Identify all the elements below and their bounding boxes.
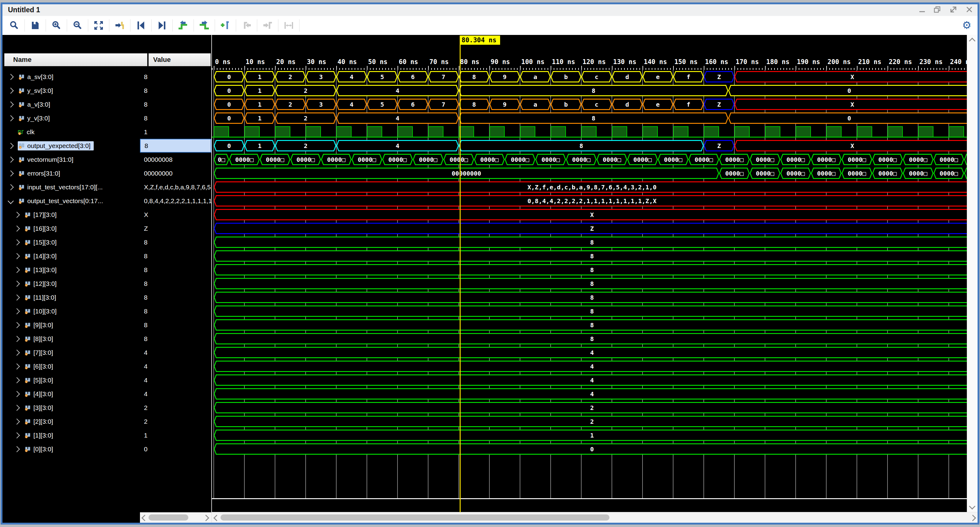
signal-row[interactable]: v[15][3:0]8 <box>2 235 211 249</box>
waveform-row[interactable]: 8 <box>212 332 967 345</box>
signal-name-cell[interactable]: voutput_yexpected[3:0] <box>2 141 140 150</box>
signal-row[interactable]: vinput_test_vectors[17:0][...X,Z,f,e,d,c… <box>2 180 211 194</box>
scroll-up-icon[interactable] <box>969 38 975 44</box>
collapsed-chevron-icon[interactable] <box>14 419 20 425</box>
waveform-row[interactable]: 0,8,4,4,2,2,2,2,1,1,1,1,1,1,1,1,Z,X <box>212 194 967 208</box>
waveform-row[interactable]: Z <box>212 221 967 235</box>
signal-name-cell[interactable]: va_v[3:0] <box>2 100 140 109</box>
waveform-row[interactable]: X <box>212 208 967 221</box>
signal-row[interactable]: vvectornum[31:0]00000008 <box>2 153 211 166</box>
tree-horizontal-scrollbar[interactable] <box>140 512 211 523</box>
signal-row[interactable]: v[10][3:0]8 <box>2 304 211 318</box>
waveform-row[interactable]: 2 <box>212 414 967 428</box>
zoom-out-icon[interactable] <box>69 19 86 32</box>
waveform-row[interactable]: 1 <box>212 428 967 442</box>
signal-row[interactable]: v[0][3:0]0 <box>2 442 211 456</box>
minimize-icon[interactable] <box>919 5 926 13</box>
signal-row[interactable]: voutput_yexpected[3:0]8 <box>2 139 211 153</box>
save-icon[interactable] <box>27 19 44 32</box>
waveform-row[interactable]: 8 <box>212 263 967 277</box>
signal-row[interactable]: verrors[31:0]00000000 <box>2 166 211 180</box>
signal-row[interactable]: voutput_test_vectors[0:17...0,8,4,4,2,2,… <box>2 194 211 208</box>
search-icon[interactable] <box>5 19 23 32</box>
waveform-row[interactable]: 0□0000□0000□0000□0000□0000□0000□0000□000… <box>212 153 967 166</box>
collapsed-chevron-icon[interactable] <box>14 267 20 273</box>
collapsed-chevron-icon[interactable] <box>8 184 14 190</box>
signal-row[interactable]: vy_v[3:0]8 <box>2 111 211 125</box>
waveform-row[interactable]: 4 <box>212 373 967 387</box>
signal-name-cell[interactable]: v[16][3:0] <box>2 224 140 233</box>
signal-name-cell[interactable]: v[6][3:0] <box>2 362 140 371</box>
waveform-row[interactable]: 0123456789abcdefZX <box>212 70 967 84</box>
waveform-row[interactable]: 4 <box>212 345 967 360</box>
zoom-in-icon[interactable] <box>48 19 65 32</box>
collapsed-chevron-icon[interactable] <box>14 350 20 356</box>
signal-name-cell[interactable]: v[8][3:0] <box>2 334 140 344</box>
signal-name-cell[interactable]: vinput_test_vectors[17:0][... <box>2 183 140 192</box>
maximize-icon[interactable] <box>950 5 957 13</box>
waveform-row[interactable]: 8 <box>212 304 967 318</box>
time-cursor-line[interactable] <box>460 35 461 512</box>
collapsed-chevron-icon[interactable] <box>8 102 14 108</box>
signal-row[interactable]: v[12][3:0]8 <box>2 277 211 290</box>
signal-name-cell[interactable]: vvectornum[31:0] <box>2 155 140 164</box>
collapsed-chevron-icon[interactable] <box>14 391 20 397</box>
collapsed-chevron-icon[interactable] <box>14 226 20 232</box>
waveform-body[interactable]: 80.304 ns 0 ns10 ns20 ns30 ns40 ns50 ns6… <box>212 35 967 512</box>
value-column-header[interactable]: Value <box>148 53 211 66</box>
scroll-down-icon[interactable] <box>969 503 975 509</box>
waveform-row[interactable]: 8 <box>212 277 967 290</box>
settings-gear-icon[interactable]: ⚙ <box>962 18 971 32</box>
expanded-chevron-icon[interactable] <box>8 198 14 204</box>
collapsed-chevron-icon[interactable] <box>8 74 14 80</box>
waveform-row[interactable]: 012480 <box>212 111 967 125</box>
signal-name-cell[interactable]: v[9][3:0] <box>2 320 140 330</box>
waveform-row[interactable]: 4 <box>212 387 967 401</box>
zoom-fit-icon[interactable] <box>90 19 107 32</box>
signal-row[interactable]: v[11][3:0]8 <box>2 290 211 304</box>
waveform-row[interactable]: 000000000000□0000□0000□0000□0000□0000□00… <box>212 166 967 180</box>
signal-row[interactable]: v[1][3:0]1 <box>2 428 211 442</box>
signal-name-cell[interactable]: vy_sv[3:0] <box>2 86 140 95</box>
waveform-row[interactable]: 2 <box>212 401 967 414</box>
next-edge-icon[interactable] <box>196 19 213 32</box>
collapsed-chevron-icon[interactable] <box>14 281 20 287</box>
waveform-row[interactable]: X,Z,f,e,d,c,b,a,9,8,7,6,5,4,3,2,1,0 <box>212 180 967 194</box>
waveform-row[interactable]: 0 <box>212 442 967 456</box>
signal-row[interactable]: vclk1 <box>2 125 211 139</box>
scroll-right-icon[interactable] <box>203 515 209 521</box>
signal-name-cell[interactable]: vclk <box>2 127 140 137</box>
collapsed-chevron-icon[interactable] <box>14 446 20 452</box>
waveform-row[interactable]: 4 <box>212 360 967 373</box>
signal-row[interactable]: v[7][3:0]4 <box>2 345 211 360</box>
waveform-row[interactable] <box>212 125 967 139</box>
signal-row[interactable]: v[14][3:0]8 <box>2 249 211 263</box>
signal-row[interactable]: v[4][3:0]4 <box>2 387 211 401</box>
signal-name-cell[interactable]: v[4][3:0] <box>2 389 140 399</box>
previous-transition-icon[interactable] <box>132 19 150 32</box>
signal-row[interactable]: va_sv[3:0]8 <box>2 70 211 84</box>
signal-row[interactable]: va_v[3:0]8 <box>2 97 211 111</box>
collapsed-chevron-icon[interactable] <box>14 363 20 369</box>
signal-name-cell[interactable]: va_sv[3:0] <box>2 72 140 81</box>
signal-name-cell[interactable]: v[2][3:0] <box>2 417 140 426</box>
signal-name-cell[interactable]: v[17][3:0] <box>2 210 140 220</box>
collapsed-chevron-icon[interactable] <box>8 170 14 177</box>
signal-name-cell[interactable]: vy_v[3:0] <box>2 114 140 123</box>
signal-name-cell[interactable]: v[12][3:0] <box>2 279 140 288</box>
previous-edge-icon[interactable] <box>175 19 192 32</box>
signal-name-cell[interactable]: v[13][3:0] <box>2 265 140 274</box>
waveform-scroll-thumb[interactable] <box>221 514 609 521</box>
time-ruler[interactable]: 0 ns10 ns20 ns30 ns40 ns50 ns60 ns70 ns8… <box>212 56 967 70</box>
collapsed-chevron-icon[interactable] <box>14 336 20 342</box>
collapsed-chevron-icon[interactable] <box>14 253 20 259</box>
signal-row[interactable]: vy_sv[3:0]8 <box>2 84 211 97</box>
waveform-row[interactable]: 8 <box>212 318 967 332</box>
collapsed-chevron-icon[interactable] <box>14 212 20 218</box>
next-transition-icon[interactable] <box>153 19 170 32</box>
float-icon[interactable] <box>934 5 942 13</box>
scroll-right-icon[interactable] <box>970 515 976 521</box>
signal-row[interactable]: v[9][3:0]8 <box>2 318 211 332</box>
collapsed-chevron-icon[interactable] <box>14 239 20 245</box>
signal-name-cell[interactable]: v[1][3:0] <box>2 431 140 440</box>
